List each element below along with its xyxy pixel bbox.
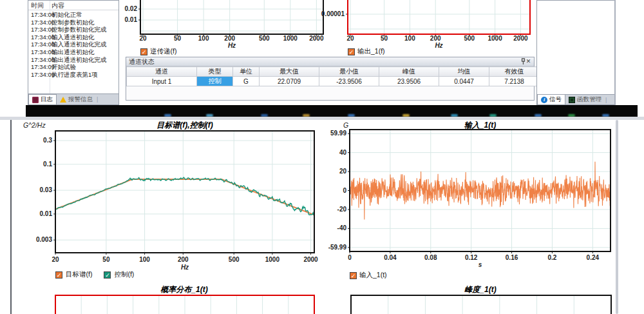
svg-text:0: 0 xyxy=(343,187,346,194)
svg-text:20: 20 xyxy=(346,35,354,42)
function-manager-icon xyxy=(569,97,575,103)
legend-label-target: 目标谱(f) xyxy=(66,270,92,279)
screen: 时间 内容 17:34:00初始化正常17:34:00控制参数初始化17:34:… xyxy=(0,0,644,314)
log-row[interactable]: 17:34:09开始试验 xyxy=(28,63,118,71)
log-row[interactable]: 17:34:00输入通道初始化 xyxy=(28,34,118,41)
log-tabbar: 日志 报警信息 | xyxy=(28,94,119,105)
tab-function-manager[interactable]: 函数管理 xyxy=(565,95,605,104)
col-mean[interactable]: 均值 xyxy=(439,67,489,77)
log-row[interactable]: 17:34:09执行进度表第1项 xyxy=(28,71,118,79)
signal-panel xyxy=(536,0,615,95)
tab-separator: | xyxy=(605,97,607,103)
svg-text:-40: -40 xyxy=(337,224,347,231)
svg-text:200: 200 xyxy=(224,35,235,42)
checkbox-target-spectrum[interactable]: ✓ xyxy=(55,271,62,279)
checkbox-control[interactable]: ✓ xyxy=(104,271,111,279)
svg-text:Hz: Hz xyxy=(228,42,236,49)
control-curve xyxy=(55,177,314,215)
svg-text:0.04: 0.04 xyxy=(384,254,397,261)
svg-text:0.12: 0.12 xyxy=(465,254,478,261)
svg-text:0.01: 0.01 xyxy=(40,210,53,217)
log-col-content: 内容 xyxy=(52,1,64,10)
svg-text:500: 500 xyxy=(259,35,270,42)
svg-text:0.02: 0.02 xyxy=(125,5,138,12)
svg-text:1000: 1000 xyxy=(283,35,298,42)
col-min[interactable]: 最小值 xyxy=(319,67,379,77)
col-max[interactable]: 最大值 xyxy=(260,67,319,77)
tab-separator: | xyxy=(97,96,98,103)
svg-text:0.1: 0.1 xyxy=(43,161,52,168)
svg-text:50: 50 xyxy=(174,35,182,42)
psd-chart-plot[interactable]: 0.30.10.030.010.003205010020050010002000… xyxy=(26,128,322,271)
svg-text:20: 20 xyxy=(52,256,59,263)
svg-text:Hz: Hz xyxy=(435,42,442,49)
svg-text:20: 20 xyxy=(339,168,347,175)
svg-text:100: 100 xyxy=(198,35,209,42)
svg-text:0.2: 0.2 xyxy=(547,254,556,261)
log-row[interactable]: 17:34:00输出通道初始化 xyxy=(28,48,118,56)
checkbox-input-1[interactable]: ✓ xyxy=(350,272,357,279)
right-tabbar: i 信号 函数管理 | xyxy=(536,95,615,105)
svg-text:200: 200 xyxy=(430,35,441,42)
output-mini-chart[interactable]: 0.00001205010020050010002000Hz xyxy=(303,0,541,58)
svg-text:s: s xyxy=(478,261,482,268)
svg-text:0.08: 0.08 xyxy=(424,254,437,261)
log-row[interactable]: 17:34:00初始化正常 xyxy=(28,11,118,19)
graph-window-border xyxy=(10,120,12,314)
kurtosis-chart-plot[interactable] xyxy=(350,294,612,314)
svg-text:20: 20 xyxy=(139,35,147,42)
col-type[interactable]: 类型 xyxy=(197,67,233,77)
log-row[interactable]: 17:34:00控制参数初始化完成 xyxy=(28,26,118,34)
channel-status-titlebar[interactable]: 通道状态 ✕ xyxy=(126,57,534,66)
taskbar-strip xyxy=(26,105,638,117)
tab-log[interactable]: 日志 xyxy=(28,94,57,104)
svg-text:0.03: 0.03 xyxy=(40,186,53,193)
col-peak[interactable]: 峰值 xyxy=(379,67,439,77)
cell-channel: Input 1 xyxy=(127,77,197,86)
legend-label-control: 控制(f) xyxy=(114,270,134,279)
log-icon xyxy=(32,97,39,103)
time-chart-plot[interactable]: 59.9940200-20-40-59.9900.040.080.120.160… xyxy=(320,126,620,271)
close-icon[interactable]: ✕ xyxy=(525,58,532,65)
col-unit[interactable]: 单位 xyxy=(233,67,260,77)
warning-icon xyxy=(60,97,66,103)
pin-icon[interactable] xyxy=(516,58,524,65)
log-header: 时间 内容 xyxy=(28,1,118,10)
target-spectrum-curve xyxy=(55,179,314,215)
svg-text:0: 0 xyxy=(348,254,352,261)
table-row[interactable]: Input 1 控制 G 22.0709 -23.9506 23.9506 0.… xyxy=(127,77,540,86)
log-row[interactable]: 17:34:00控制参数初始化 xyxy=(28,19,118,26)
checkbox-inverse-transfer[interactable]: ✓ xyxy=(140,48,147,55)
channel-status-table: 通道 类型 单位 最大值 最小值 峰值 均值 有效值 Input 1 控制 G … xyxy=(126,66,540,86)
log-row[interactable]: 17:34:00输入通道初始化完成 xyxy=(28,41,118,48)
log-row[interactable]: 17:34:00输出通道初始化完成 xyxy=(28,56,118,64)
svg-text:100: 100 xyxy=(139,256,150,263)
svg-text:1000: 1000 xyxy=(488,35,503,42)
tab-alarm[interactable]: 报警信息 xyxy=(57,95,96,104)
cell-peak: 23.9506 xyxy=(379,77,439,86)
tab-signal-label: 信号 xyxy=(549,95,562,104)
tab-function-manager-label: 函数管理 xyxy=(577,95,601,104)
checkbox-output-1[interactable]: ✓ xyxy=(348,48,355,55)
col-channel[interactable]: 通道 xyxy=(127,67,197,77)
time-legend: ✓ 输入_1(t) xyxy=(350,271,387,280)
svg-text:2000: 2000 xyxy=(303,256,318,263)
svg-text:0.01: 0.01 xyxy=(125,16,138,23)
svg-text:2000: 2000 xyxy=(513,35,528,42)
svg-text:Hz: Hz xyxy=(181,264,189,271)
cell-mean: 0.0447 xyxy=(439,77,489,86)
svg-text:-59.99: -59.99 xyxy=(328,244,347,251)
legend-label-output-1: 输出_1(f) xyxy=(357,47,385,56)
probability-chart-plot[interactable] xyxy=(54,294,316,314)
svg-text:500: 500 xyxy=(229,256,240,263)
window-edge xyxy=(614,0,616,105)
svg-text:500: 500 xyxy=(464,35,475,42)
channel-status-title: 通道状态 xyxy=(129,57,155,66)
channel-table-header: 通道 类型 单位 最大值 最小值 峰值 均值 有效值 xyxy=(127,67,540,77)
col-rms[interactable]: 有效值 xyxy=(489,67,540,77)
legend-label-inverse-transfer: 逆传递(f) xyxy=(150,47,176,56)
cell-type: 控制 xyxy=(197,77,233,86)
tab-signal[interactable]: i 信号 xyxy=(537,94,565,104)
cell-unit: G xyxy=(233,77,260,86)
cell-rms: 7.2138 xyxy=(489,77,540,86)
